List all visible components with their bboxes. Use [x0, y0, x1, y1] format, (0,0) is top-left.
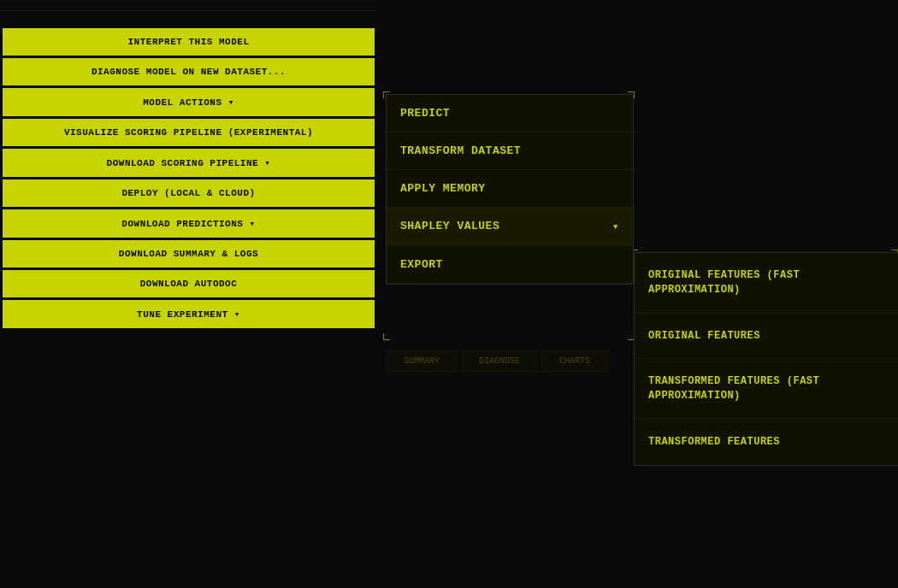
download-autodoc-button[interactable]: DOWNLOAD AUTODOC — [3, 270, 375, 297]
dropdown-container: PREDICTTRANSFORM DATASETAPPLY MEMORYSHAP… — [386, 94, 634, 285]
dropdown-item-predict[interactable]: PREDICT — [387, 95, 633, 132]
dropdown-item-shapley-values[interactable]: SHAPLEY VALUES — [387, 208, 633, 246]
right-area: PREDICTTRANSFORM DATASETAPPLY MEMORYSHAP… — [377, 0, 898, 588]
download-predictions-button[interactable]: DOWNLOAD PREDICTIONS — [3, 209, 375, 238]
submenu-container: ORIGINAL FEATURES (FAST APPROXIMATION)OR… — [634, 252, 898, 466]
interpret-button[interactable]: INTERPRET THIS MODEL — [3, 28, 375, 56]
diagnose-button[interactable]: DIAGNOSE MODEL ON NEW DATASET... — [3, 58, 375, 85]
download-scoring-button[interactable]: DOWNLOAD SCORING PIPELINE — [3, 149, 375, 177]
submenu-item-original-fast[interactable]: ORIGINAL FEATURES (FAST APPROXIMATION) — [635, 253, 898, 314]
dropdown-item-export[interactable]: EXPORT — [387, 246, 633, 284]
dropdown-item-apply-memory[interactable]: APPLY MEMORY — [387, 170, 633, 208]
bg-tabs: SUMMARYDIAGNOSECHARTS — [386, 350, 608, 372]
bg-tab: CHARTS — [541, 350, 608, 372]
download-summary-button[interactable]: DOWNLOAD SUMMARY & LOGS — [3, 240, 375, 268]
corner-decoration — [383, 333, 390, 340]
submenu-item-transformed[interactable]: TRANSFORMED FEATURES — [635, 420, 898, 465]
left-panel: INTERPRET THIS MODELDIAGNOSE MODEL ON NE… — [0, 0, 377, 331]
bg-tab: DIAGNOSE — [461, 350, 538, 372]
submenu-item-original[interactable]: ORIGINAL FEATURES — [635, 314, 898, 360]
tune-experiment-button[interactable]: TUNE EXPERIMENT — [3, 300, 375, 328]
bg-tab: SUMMARY — [386, 350, 458, 372]
model-actions-button[interactable]: MODEL ACTIONS — [3, 88, 375, 116]
submenu-item-transformed-fast[interactable]: TRANSFORMED FEATURES (FAST APPROXIMATION… — [635, 359, 898, 420]
visualize-scoring-button[interactable]: VISUALIZE SCORING PIPELINE (EXPERIMENTAL… — [3, 119, 375, 146]
deploy-button[interactable]: DEPLOY (LOCAL & CLOUD) — [3, 179, 375, 207]
dropdown-item-transform-dataset[interactable]: TRANSFORM DATASET — [387, 132, 633, 170]
